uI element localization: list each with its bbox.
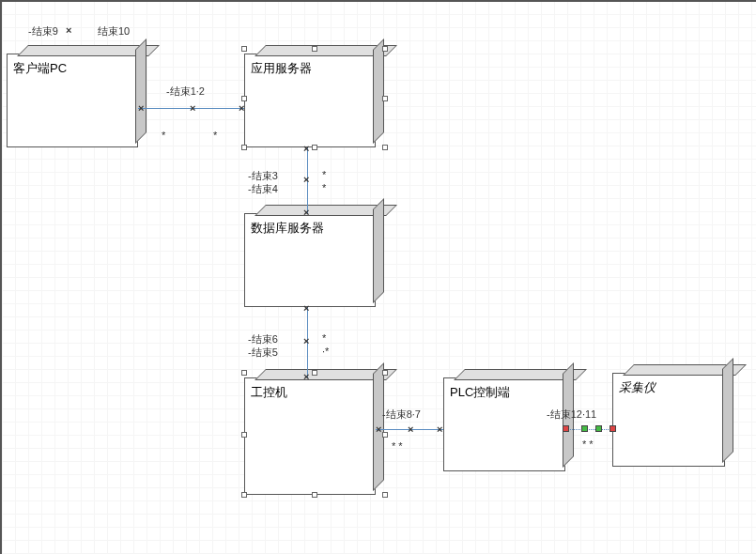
label-mult: *	[322, 182, 326, 193]
handle-x: ×	[376, 423, 381, 435]
selection-handle[interactable]	[241, 432, 247, 438]
selection-handle[interactable]	[312, 370, 317, 376]
label-end12: -结束1·2	[166, 85, 205, 99]
node-app-server[interactable]: 应用服务器	[244, 54, 376, 147]
label-mult: *	[322, 169, 326, 180]
label-mult: *	[213, 130, 217, 141]
connector[interactable]	[565, 429, 612, 430]
selection-handle[interactable]	[241, 145, 247, 150]
handle-x: ×	[303, 207, 309, 218]
selection-handle[interactable]	[241, 46, 247, 52]
node-title: 应用服务器	[251, 60, 312, 77]
node-ipc[interactable]: 工控机	[244, 377, 376, 495]
selection-handle[interactable]	[382, 492, 388, 498]
selection-handle[interactable]	[312, 46, 317, 52]
handle-x: ×	[303, 143, 309, 154]
selection-handle[interactable]	[382, 145, 388, 150]
node-title: 采集仪	[619, 379, 656, 396]
label-end9: -结束9	[28, 24, 58, 38]
label-end4: -结束4	[248, 182, 278, 196]
node-plc[interactable]: PLC控制端	[443, 377, 565, 471]
node-title: PLC控制端	[450, 384, 510, 401]
endpoint-dot	[581, 425, 588, 432]
endpoint-dot	[595, 425, 602, 432]
label-mult: ·*	[322, 346, 329, 357]
node-db-server[interactable]: 数据库服务器	[244, 213, 376, 307]
handle-x: ×	[303, 335, 309, 346]
label-mult: * *	[392, 440, 403, 452]
selection-handle[interactable]	[312, 492, 317, 498]
handle-x: ×	[303, 174, 309, 185]
label-end78: -结束8·7	[382, 408, 421, 422]
node-client-pc[interactable]: 客户端PC	[7, 54, 138, 147]
handle-x: ×	[66, 24, 71, 36]
label-mult: *	[162, 130, 165, 141]
selection-handle[interactable]	[382, 432, 388, 438]
handle-x: ×	[303, 371, 309, 382]
label-mult: * *	[582, 439, 594, 450]
handle-x: ×	[408, 423, 413, 435]
selection-handle[interactable]	[382, 46, 388, 52]
selection-handle[interactable]	[241, 492, 247, 498]
handle-x: ×	[303, 302, 309, 314]
selection-handle[interactable]	[382, 96, 388, 101]
node-title: 数据库服务器	[251, 220, 324, 237]
selection-handle[interactable]	[312, 145, 317, 150]
node-title: 客户端PC	[13, 60, 67, 77]
handle-x: ×	[190, 102, 195, 114]
selection-handle[interactable]	[382, 370, 388, 376]
label-mult: *	[322, 332, 326, 344]
endpoint-dot	[609, 425, 616, 432]
handle-x: ×	[239, 102, 244, 114]
handle-x: ×	[138, 102, 144, 114]
selection-handle[interactable]	[241, 96, 247, 101]
label-end34: -结束3	[248, 169, 278, 183]
diagram-canvas: 客户端PC -结束9 × 结束10 应用服务器 × × × -结束1·2 * *…	[0, 0, 756, 554]
handle-x: ×	[437, 423, 442, 435]
endpoint-dot	[563, 425, 569, 432]
label-end1112: -结束12·11	[547, 408, 596, 422]
node-title: 工控机	[251, 384, 287, 401]
label-end5: -结束5	[248, 346, 278, 360]
node-collector[interactable]: 采集仪	[612, 373, 725, 467]
label-end10: 结束10	[98, 24, 130, 38]
label-end56: -结束6	[248, 332, 278, 346]
selection-handle[interactable]	[241, 370, 247, 376]
